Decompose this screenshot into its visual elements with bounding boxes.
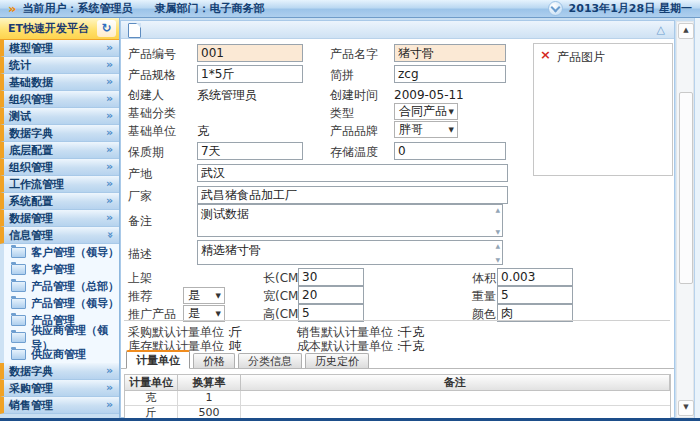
product-image-panel: × 产品图片: [533, 43, 673, 176]
sidebar-item-label: 数据管理: [9, 211, 53, 226]
brand-select-value: 胖哥: [399, 121, 423, 138]
sidebar-item-info-management[interactable]: 信息管理»: [0, 227, 119, 244]
sidebar-item-label: 工作流管理: [9, 177, 64, 192]
brand-label: 产品品牌: [330, 124, 378, 138]
type-label: 类型: [330, 106, 354, 120]
recommend-select[interactable]: 是 ▼: [183, 287, 225, 304]
manufacturer-label: 厂家: [128, 189, 152, 203]
chevron-down-icon: ▼: [216, 292, 221, 300]
table-row[interactable]: 克 1: [125, 391, 670, 406]
spec-input[interactable]: [197, 65, 303, 83]
scroll-down-button[interactable]: ▼: [678, 400, 694, 416]
shelf-life-label: 保质期: [128, 145, 164, 159]
sidebar-item-test[interactable]: 测试»: [0, 108, 119, 125]
sidebar-header[interactable]: ET快速开发平台 ↻: [0, 18, 119, 40]
tab-category-info[interactable]: 分类信息: [238, 353, 302, 368]
sidebar-item-workflow-management[interactable]: 工作流管理»: [0, 176, 119, 193]
topbar-double-chevron-icon: »: [8, 3, 16, 14]
product-no-label: 产品编号: [128, 47, 176, 61]
manufacturer-input[interactable]: [197, 186, 508, 204]
chevron-right-icon: »: [106, 179, 113, 189]
scrollbar-thumb[interactable]: [679, 92, 693, 284]
scroll-up-icon[interactable]: ▲: [495, 242, 500, 249]
sidebar-item-label: 信息管理: [9, 228, 53, 243]
width-input[interactable]: [298, 286, 364, 304]
vertical-scrollbar[interactable]: ▲ ▼: [676, 21, 694, 418]
chevron-right-icon: »: [106, 213, 113, 223]
topbar-collapse-icon[interactable]: [548, 1, 563, 16]
chevron-right-icon: »: [106, 383, 113, 393]
sidebar-subitem-label: 客户管理（领导）: [31, 245, 119, 260]
recommend-select-value: 是: [188, 287, 200, 304]
divider: [124, 320, 670, 321]
sidebar-item-supplier-mgmt-leader[interactable]: 供应商管理（领导）: [0, 329, 119, 346]
brand-select[interactable]: 胖哥 ▼: [394, 121, 458, 138]
product-no-input[interactable]: [197, 44, 303, 62]
scroll-down-icon[interactable]: ▼: [495, 256, 500, 263]
tab-bar: 计量单位 价格 分类信息 历史定价: [121, 350, 674, 369]
sidebar-item-product-mgmt-leader[interactable]: 产品管理（领导）: [0, 295, 119, 312]
table-header-row: 计量单位 换算率 备注: [125, 375, 670, 391]
delete-image-icon[interactable]: ×: [540, 48, 551, 61]
description-textarea[interactable]: 精选猪寸骨 ▲ ▼: [197, 240, 503, 265]
product-name-label: 产品名字: [330, 47, 378, 61]
scroll-down-icon[interactable]: ▼: [495, 228, 500, 235]
sidebar-item-model-management[interactable]: 模型管理»: [0, 40, 119, 57]
color-label: 颜色: [472, 307, 496, 321]
tab-unit[interactable]: 计量单位: [126, 350, 190, 369]
folder-icon: [11, 315, 26, 326]
sidebar-item-customer-mgmt-leader[interactable]: 客户管理（领导）: [0, 244, 119, 261]
document-icon[interactable]: [128, 23, 141, 38]
refresh-icon[interactable]: ↻: [97, 20, 116, 37]
weight-input[interactable]: [497, 286, 573, 304]
date-label: 2013年1月28日 星期一: [569, 1, 692, 16]
origin-input[interactable]: [197, 164, 508, 182]
length-input[interactable]: [298, 268, 364, 286]
folder-icon: [11, 264, 26, 275]
chevron-right-icon: »: [106, 43, 113, 53]
sidebar-item-low-level-config[interactable]: 底层配置»: [0, 142, 119, 159]
pinyin-input[interactable]: [394, 65, 506, 83]
sidebar-subitem-label: 产品管理（总部）: [31, 279, 119, 294]
sidebar-item-data-management[interactable]: 数据管理»: [0, 210, 119, 227]
folder-icon: [11, 281, 26, 292]
weight-label: 重量: [472, 289, 496, 303]
sidebar-subitem-label: 供应商管理: [31, 347, 86, 362]
remark-text: 测试数据: [201, 207, 249, 221]
sidebar-item-org-management[interactable]: 组织管理»: [0, 91, 119, 108]
volume-input[interactable]: [497, 268, 573, 286]
sidebar-item-purchase-mgmt[interactable]: 采购管理»: [0, 380, 119, 397]
sidebar-item-customer-mgmt[interactable]: 客户管理: [0, 261, 119, 278]
promote-label: 推广产品: [128, 307, 176, 321]
sidebar-item-data-dictionary-2[interactable]: 数据字典»: [0, 363, 119, 380]
scroll-up-icon[interactable]: ▲: [495, 206, 500, 213]
chevron-right-icon: »: [106, 400, 113, 410]
tab-price-history[interactable]: 历史定价: [305, 353, 369, 368]
sidebar-item-statistics[interactable]: 统计»: [0, 57, 119, 74]
remark-textarea[interactable]: 测试数据 ▲ ▼: [197, 204, 503, 237]
tab-price[interactable]: 价格: [193, 353, 235, 368]
collapse-panel-icon[interactable]: △: [657, 23, 665, 36]
folder-icon: [11, 332, 26, 343]
sidebar-item-base-data[interactable]: 基础数据»: [0, 74, 119, 91]
sidebar-item-label: 模型管理: [9, 41, 53, 56]
sidebar-item-system-config[interactable]: 系统配置»: [0, 193, 119, 210]
type-select[interactable]: 合同产品 ▼: [394, 103, 458, 120]
sidebar-item-product-mgmt-hq[interactable]: 产品管理（总部）: [0, 278, 119, 295]
shelf-life-input[interactable]: [197, 142, 303, 160]
volume-label: 体积: [472, 271, 496, 285]
creator-value: 系统管理员: [197, 88, 257, 102]
sidebar-item-label: 组织管理: [9, 92, 53, 107]
sidebar-item-data-dictionary[interactable]: 数据字典»: [0, 125, 119, 142]
sidebar-item-sales-mgmt[interactable]: 销售管理»: [0, 397, 119, 414]
sidebar-item-org-management-2[interactable]: 组织管理»: [0, 159, 119, 176]
scroll-up-button[interactable]: ▲: [678, 23, 694, 39]
column-header-rate: 换算率: [178, 375, 241, 391]
chevron-down-icon: ▼: [216, 310, 221, 318]
product-name-input[interactable]: [394, 44, 506, 62]
platform-title: ET快速开发平台: [8, 21, 89, 36]
sidebar-item-label: 测试: [9, 109, 31, 124]
storage-temp-input[interactable]: [394, 142, 506, 160]
chevron-right-icon: »: [106, 111, 113, 121]
storage-temp-label: 存储温度: [330, 145, 378, 159]
